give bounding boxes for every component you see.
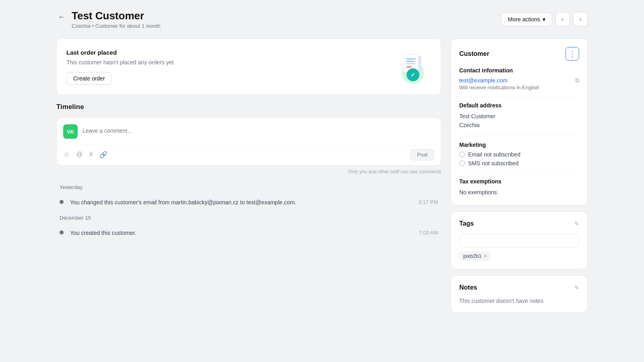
timeline-event: You changed this customer's email from m…: [56, 195, 441, 215]
notes-panel-title: Notes: [459, 284, 477, 291]
header-left: ← Test Customer Czechia • Customer for a…: [56, 10, 161, 29]
tag-remove-button[interactable]: ×: [484, 253, 487, 259]
event-text-created: You created this customer.: [70, 229, 136, 237]
notes-edit-button[interactable]: ✎: [574, 284, 579, 291]
customer-info-card: Customer ⋮ Contact information test@exam…: [451, 39, 588, 205]
tags-card-header: Tags ✎: [459, 220, 579, 227]
left-column: Last order placed This customer hasn't p…: [56, 39, 441, 313]
timeline-events: Yesterday You changed this customer's em…: [56, 184, 441, 245]
event-time-1: 3:17 PM: [419, 199, 438, 205]
tag-chip: pixb2b1 ×: [459, 251, 491, 261]
sms-subscription-status: SMS not subscribed: [468, 160, 518, 167]
notes-card-header: Notes ✎: [459, 284, 579, 291]
timeline-title: Timeline: [56, 103, 441, 117]
default-address: Test Customer Czechia: [459, 112, 579, 130]
timeline-date-dec15: December 15: [56, 215, 441, 221]
last-order-card: Last order placed This customer hasn't p…: [56, 39, 441, 95]
address-section-label: Default address: [459, 102, 579, 109]
event-text-email-change: You changed this customer's email from m…: [70, 198, 296, 207]
tax-value: No exemptions: [459, 188, 579, 197]
sms-subscribed-radio[interactable]: [459, 160, 465, 166]
back-button[interactable]: ←: [56, 11, 67, 23]
chevron-down-icon: ▾: [543, 16, 545, 23]
three-dot-icon: ⋮: [569, 49, 576, 58]
tag-label: pixb2b1: [463, 253, 482, 259]
notes-card: Notes ✎ This customer doesn't have notes: [451, 276, 588, 313]
edit-icon: ✎: [574, 220, 579, 227]
email-subscribed-radio[interactable]: [459, 152, 465, 157]
more-actions-button[interactable]: More actions ▾: [501, 12, 552, 26]
mention-icon[interactable]: @: [76, 151, 83, 158]
timeline-section: Timeline VK ☺ @ # 🔗 Post: [56, 103, 441, 245]
emoji-icon[interactable]: ☺: [63, 151, 70, 158]
page-header: ← Test Customer Czechia • Customer for a…: [56, 10, 588, 29]
more-actions-label: More actions: [508, 16, 540, 23]
event-dot-2: [60, 230, 64, 234]
svg-text:✓: ✓: [411, 72, 415, 78]
svg-rect-3: [406, 58, 416, 60]
svg-rect-5: [406, 63, 415, 64]
marketing-section-label: Marketing: [459, 142, 579, 148]
tags-panel-title: Tags: [459, 220, 474, 227]
hashtag-icon[interactable]: #: [89, 151, 93, 158]
svg-rect-4: [406, 61, 414, 62]
notes-edit-icon: ✎: [574, 284, 579, 291]
header-title-block: Test Customer Czechia • Customer for abo…: [72, 10, 161, 29]
page-title: Test Customer: [72, 10, 161, 22]
last-order-content: Last order placed This customer hasn't p…: [66, 49, 173, 85]
comment-box: VK ☺ @ # 🔗 Post: [56, 117, 441, 166]
header-actions: More actions ▾ ‹ ›: [501, 12, 588, 27]
customer-panel-title: Customer: [459, 50, 489, 58]
user-avatar: VK: [63, 124, 78, 139]
customer-options-button[interactable]: ⋮: [566, 47, 579, 61]
tags-container: pixb2b1 ×: [459, 251, 579, 261]
staff-notice: Only you and other staff can see comment…: [56, 166, 441, 176]
copy-icon: ⧉: [575, 77, 579, 83]
toolbar-icons: ☺ @ # 🔗: [63, 151, 107, 158]
contact-section-label: Contact information: [459, 67, 579, 74]
tax-section-label: Tax exemptions: [459, 178, 579, 185]
post-button[interactable]: Post: [410, 149, 434, 160]
main-layout: Last order placed This customer hasn't p…: [56, 39, 588, 313]
comment-toolbar: ☺ @ # 🔗 Post: [57, 145, 441, 165]
customer-card-header: Customer ⋮: [459, 47, 579, 61]
link-icon[interactable]: 🔗: [99, 151, 107, 158]
timeline-event-2: You created this customer. 7:03 AM: [56, 226, 441, 245]
create-order-button[interactable]: Create order: [66, 72, 112, 85]
event-dot: [60, 200, 64, 204]
page-subtitle: Czechia • Customer for about 1 month: [72, 23, 161, 29]
address-country: Czechia: [459, 121, 579, 130]
customer-email[interactable]: test@example.com: [459, 77, 508, 84]
nav-prev-button[interactable]: ‹: [555, 12, 570, 27]
marketing-email-item: Email not subscribed: [459, 151, 579, 158]
address-name: Test Customer: [459, 112, 579, 121]
notes-empty-text: This customer doesn't have notes: [459, 298, 579, 304]
email-row: test@example.com ⧉: [459, 77, 579, 84]
comment-input[interactable]: [83, 124, 434, 137]
copy-email-button[interactable]: ⧉: [575, 77, 579, 84]
tag-search-input[interactable]: [459, 234, 579, 247]
divider-3: [459, 172, 579, 173]
divider-1: [459, 96, 579, 97]
comment-input-row: VK: [57, 118, 441, 145]
right-panel: Customer ⋮ Contact information test@exam…: [451, 39, 588, 313]
notification-language: Will receive notifications in English: [459, 84, 579, 90]
timeline-date-yesterday: Yesterday: [56, 184, 441, 190]
tags-card: Tags ✎ pixb2b1 ×: [451, 212, 588, 269]
email-subscription-status: Email not subscribed: [468, 151, 520, 158]
last-order-description: This customer hasn't placed any orders y…: [66, 59, 173, 66]
event-time-2: 7:03 AM: [419, 230, 438, 236]
marketing-sms-item: SMS not subscribed: [459, 160, 579, 167]
divider-2: [459, 136, 579, 136]
nav-next-button[interactable]: ›: [573, 12, 588, 27]
last-order-title: Last order placed: [66, 49, 173, 56]
svg-rect-6: [406, 66, 412, 68]
order-illustration: ✓: [395, 49, 431, 85]
tags-edit-button[interactable]: ✎: [574, 220, 579, 227]
